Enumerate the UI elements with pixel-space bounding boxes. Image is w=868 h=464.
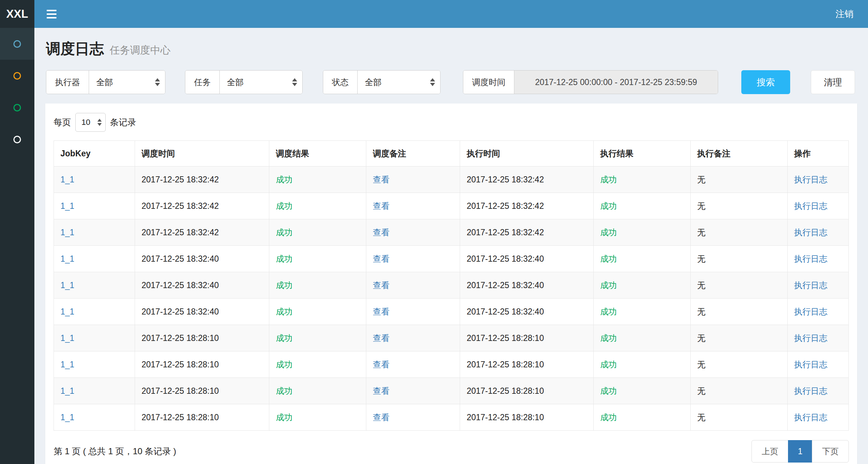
sidebar-item-menu-1[interactable] [0,28,34,60]
executor-select[interactable]: 全部 [89,71,165,94]
cell-handle_time: 2017-12-25 18:28:10 [460,325,594,351]
job_key-link[interactable]: 1_1 [60,360,74,369]
cell-handle_result: 成功 [594,193,691,219]
sidebar-toggle-button[interactable] [34,0,69,28]
cell-trigger_remark: 查看 [366,404,460,431]
job_key-link[interactable]: 1_1 [60,201,74,211]
job_key-link[interactable]: 1_1 [60,254,74,263]
col-header-handle-time[interactable]: 执行时间 [460,141,594,166]
col-header-handle-result[interactable]: 执行结果 [594,141,691,166]
sidebar-item-menu-4[interactable] [0,123,34,155]
status-select[interactable]: 全部 [358,71,440,94]
col-header-trigger-time[interactable]: 调度时间 [135,141,269,166]
trigger_remark-link[interactable]: 查看 [373,175,389,184]
trigger_remark-link[interactable]: 查看 [373,386,389,396]
logout-link[interactable]: 注销 [835,8,854,20]
action-link[interactable]: 执行日志 [794,280,827,290]
col-header-trigger-result[interactable]: 调度结果 [269,141,366,166]
table-row: 1_12017-12-25 18:32:40成功查看2017-12-25 18:… [54,246,849,272]
cell-trigger_remark: 查看 [366,351,460,378]
job_key-link[interactable]: 1_1 [60,386,74,396]
cell-job_key: 1_1 [54,272,135,299]
cell-trigger_time: 2017-12-25 18:32:42 [135,193,269,219]
handle_time-text: 2017-12-25 18:28:10 [467,413,544,422]
handle_result-text: 成功 [600,413,617,422]
action-link[interactable]: 执行日志 [794,201,827,211]
cell-action: 执行日志 [787,378,848,404]
trigger_remark-link[interactable]: 查看 [373,280,389,290]
table-row: 1_12017-12-25 18:28:10成功查看2017-12-25 18:… [54,404,849,431]
time-filter-group: 调度时间 2017-12-25 00:00:00 - 2017-12-25 23… [463,70,718,94]
page-size-prefix: 每页 [54,117,71,128]
col-header-jobkey[interactable]: JobKey [54,141,135,166]
app: XXL 注销 调度日志 任务调度中心 执行器 全部 任务 [0,0,868,464]
action-link[interactable]: 执行日志 [794,175,827,184]
handle_remark-text: 无 [697,307,705,316]
cell-handle_result: 成功 [594,166,691,193]
trigger_remark-link[interactable]: 查看 [373,307,389,316]
job_key-link[interactable]: 1_1 [60,280,74,290]
prev-page-button[interactable]: 上页 [751,440,788,463]
clear-button[interactable]: 清理 [811,70,855,94]
trigger_result-text: 成功 [276,228,292,237]
job_key-link[interactable]: 1_1 [60,307,74,316]
trigger_remark-link[interactable]: 查看 [373,254,389,263]
action-link[interactable]: 执行日志 [794,333,827,343]
cell-action: 执行日志 [787,193,848,219]
col-header-trigger-remark[interactable]: 调度备注 [366,141,460,166]
cell-action: 执行日志 [787,351,848,378]
sidebar-item-menu-3[interactable] [0,92,34,123]
handle_time-text: 2017-12-25 18:32:40 [467,254,544,263]
next-page-button[interactable]: 下页 [812,440,849,463]
action-link[interactable]: 执行日志 [794,360,827,369]
cell-handle_remark: 无 [690,404,787,431]
search-button[interactable]: 搜索 [741,70,790,94]
job-select[interactable]: 全部 [220,71,302,94]
app-logo[interactable]: XXL [0,0,34,28]
cell-action: 执行日志 [787,246,848,272]
cell-trigger_remark: 查看 [366,299,460,325]
cell-job_key: 1_1 [54,246,135,272]
cell-handle_time: 2017-12-25 18:32:42 [460,193,594,219]
trigger_remark-link[interactable]: 查看 [373,228,389,237]
cell-handle_remark: 无 [690,325,787,351]
cell-handle_time: 2017-12-25 18:28:10 [460,351,594,378]
handle_time-text: 2017-12-25 18:28:10 [467,333,544,343]
action-link[interactable]: 执行日志 [794,307,827,316]
handle_remark-text: 无 [697,386,705,396]
trigger_result-text: 成功 [276,254,292,263]
trigger_remark-link[interactable]: 查看 [373,413,389,422]
time-range-input[interactable]: 2017-12-25 00:00:00 - 2017-12-25 23:59:5… [514,71,718,94]
handle_result-text: 成功 [600,386,617,396]
job_key-link[interactable]: 1_1 [60,228,74,237]
job_key-link[interactable]: 1_1 [60,413,74,422]
job_key-link[interactable]: 1_1 [60,333,74,343]
job_key-link[interactable]: 1_1 [60,175,74,184]
current-page-button[interactable]: 1 [788,440,812,463]
cell-trigger_result: 成功 [269,299,366,325]
table-row: 1_12017-12-25 18:32:40成功查看2017-12-25 18:… [54,272,849,299]
handle_remark-text: 无 [697,413,705,422]
col-header-handle-remark[interactable]: 执行备注 [690,141,787,166]
select-arrows-icon [430,78,435,86]
circle-icon [13,136,21,143]
table-row: 1_12017-12-25 18:32:40成功查看2017-12-25 18:… [54,299,849,325]
trigger_remark-link[interactable]: 查看 [373,360,389,369]
sidebar-item-menu-2[interactable] [0,60,34,92]
cell-trigger_result: 成功 [269,272,366,299]
action-link[interactable]: 执行日志 [794,228,827,237]
action-link[interactable]: 执行日志 [794,254,827,263]
action-link[interactable]: 执行日志 [794,386,827,396]
handle_time-text: 2017-12-25 18:32:42 [467,175,544,184]
table-row: 1_12017-12-25 18:32:42成功查看2017-12-25 18:… [54,219,849,246]
cell-trigger_time: 2017-12-25 18:28:10 [135,325,269,351]
trigger_remark-link[interactable]: 查看 [373,333,389,343]
col-header-action[interactable]: 操作 [787,141,848,166]
cell-trigger_remark: 查看 [366,246,460,272]
trigger_remark-link[interactable]: 查看 [373,201,389,211]
cell-action: 执行日志 [787,325,848,351]
action-link[interactable]: 执行日志 [794,413,827,422]
table-row: 1_12017-12-25 18:28:10成功查看2017-12-25 18:… [54,351,849,378]
cell-trigger_result: 成功 [269,193,366,219]
page-size-select[interactable]: 10 [75,113,106,132]
